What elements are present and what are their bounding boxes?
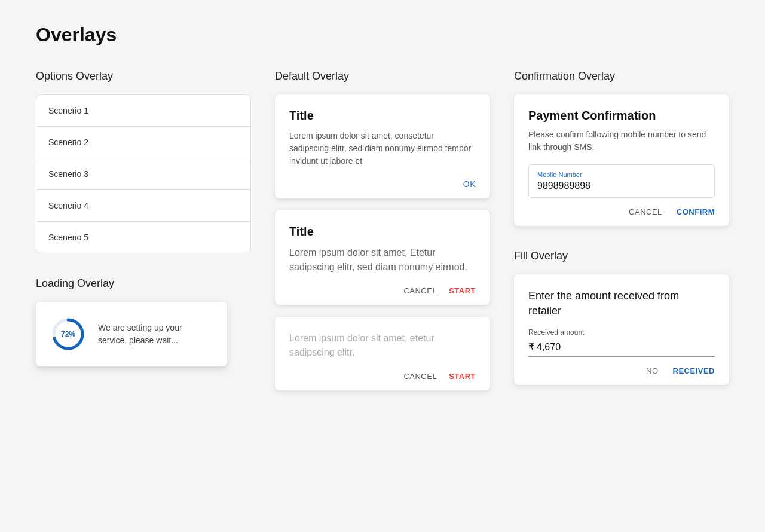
confirmation-cancel-button[interactable]: CANCEL	[629, 207, 662, 216]
loading-overlay-title: Loading Overlay	[36, 277, 251, 290]
default-card1-body: Lorem ipsum dolor sit amet, consetetur s…	[289, 130, 476, 167]
confirmation-card: Payment Confirmation Please confirm foll…	[514, 94, 729, 226]
fill-actions: NO RECEIVED	[528, 366, 715, 375]
confirmation-confirm-button[interactable]: CONFIRM	[677, 207, 715, 216]
default-card2-actions: CANCEL START	[289, 286, 476, 295]
options-list: Scenerio 1 Scenerio 2 Scenerio 3 Sceneri…	[36, 94, 251, 253]
currency-symbol: ₹	[528, 341, 534, 353]
options-item-3[interactable]: Scenerio 3	[36, 158, 250, 190]
card3-start-button[interactable]: START	[449, 372, 476, 381]
default-overlay-card-2: Title Lorem ipsum dolor sit amet, Etetur…	[275, 210, 490, 305]
confirmation-card-desc: Please confirm following mobile number t…	[528, 129, 715, 154]
default-card3-actions: CANCEL START	[289, 372, 476, 381]
card2-cancel-button[interactable]: CANCEL	[403, 286, 437, 295]
options-overlay-section: Options Overlay Scenerio 1 Scenerio 2 Sc…	[36, 70, 251, 253]
received-amount-input[interactable]	[537, 342, 715, 353]
confirmation-actions: CANCEL CONFIRM	[528, 207, 715, 216]
default-card1-actions: OK	[289, 179, 476, 189]
mobile-input[interactable]	[537, 181, 706, 191]
card3-cancel-button[interactable]: CANCEL	[403, 372, 437, 381]
confirmation-overlay-title: Confirmation Overlay	[514, 70, 729, 82]
fill-card-desc: Enter the amount received from retailer	[528, 289, 715, 319]
default-card2-title: Title	[289, 225, 476, 239]
fill-card: Enter the amount received from retailer …	[514, 274, 729, 385]
mobile-number-field[interactable]: Mobile Number	[528, 164, 715, 198]
default-card2-body: Lorem ipsum dolor sit amet, Etetur sadip…	[289, 246, 476, 274]
received-amount-label: Received amount	[528, 328, 715, 337]
options-item-1[interactable]: Scenerio 1	[36, 95, 250, 127]
confirmation-card-title: Payment Confirmation	[528, 109, 715, 123]
options-item-2[interactable]: Scenerio 2	[36, 127, 250, 158]
options-item-4[interactable]: Scenerio 4	[36, 190, 250, 222]
default-card3-body: Lorem ipsum dolor sit amet, etetur sadip…	[289, 331, 476, 360]
fill-no-button[interactable]: NO	[646, 366, 659, 375]
options-item-5[interactable]: Scenerio 5	[36, 222, 250, 253]
ok-button[interactable]: OK	[463, 179, 476, 189]
default-card1-title: Title	[289, 109, 476, 123]
default-overlay-card-3: Lorem ipsum dolor sit amet, etetur sadip…	[275, 317, 490, 390]
confirmation-overlay-section: Confirmation Overlay Payment Confirmatio…	[514, 70, 729, 226]
mobile-label: Mobile Number	[537, 171, 706, 178]
received-amount-row[interactable]: ₹	[528, 341, 715, 357]
fill-overlay-section: Fill Overlay Enter the amount received f…	[514, 250, 729, 385]
loading-card: 72% We are setting up your service, plea…	[36, 302, 227, 366]
page-title: Overlays	[36, 24, 729, 46]
progress-ring: 72%	[50, 316, 86, 352]
progress-value: 72%	[61, 330, 75, 338]
card2-start-button[interactable]: START	[449, 286, 476, 295]
default-overlay-title: Default Overlay	[275, 70, 490, 82]
fill-received-button[interactable]: RECEIVED	[673, 366, 715, 375]
loading-message: We are setting up your service, please w…	[98, 322, 213, 347]
default-overlay-card-1: Title Lorem ipsum dolor sit amet, conset…	[275, 94, 490, 198]
loading-overlay-section: Loading Overlay 72% We are setting up yo…	[36, 277, 251, 366]
options-overlay-title: Options Overlay	[36, 70, 251, 82]
fill-overlay-title: Fill Overlay	[514, 250, 729, 262]
